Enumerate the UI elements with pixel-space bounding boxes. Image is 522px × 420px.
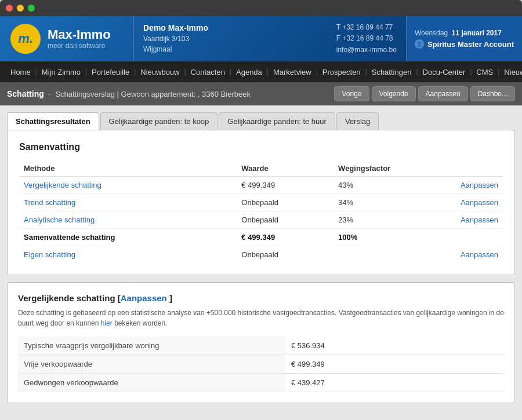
navigation-bar: Home | Mijn Zimmo | Portefeuille | Nieuw… bbox=[0, 61, 522, 82]
breadcrumb-actions: Vorige Volgende Aanpassen Dashbo... bbox=[334, 86, 515, 101]
nav-nieuwbouw[interactable]: Nieuwbouw bbox=[136, 68, 184, 76]
vergelijkende-weging: 43% bbox=[334, 177, 406, 194]
nav-schattingen[interactable]: Schattingen bbox=[367, 68, 416, 76]
summary-panel: Samenvatting Methode Waarde Wegingsfacto… bbox=[7, 130, 515, 275]
vergelijkende-waarde: € 499.349 bbox=[237, 177, 334, 194]
user-icon: 👤 bbox=[415, 39, 424, 49]
tab-schattingsresultaten[interactable]: Schattingsresultaten bbox=[7, 112, 99, 130]
company-email: info@max-immo.be bbox=[336, 45, 397, 56]
nav-contacten[interactable]: Contacten bbox=[186, 68, 230, 76]
table-row: Trend schatting Onbepaald 34% Aanpassen bbox=[19, 194, 503, 211]
company-name: Demo Max-Immo bbox=[143, 23, 208, 32]
samenvattende-methode: Samenvattende schatting bbox=[19, 229, 237, 246]
dashboard-button[interactable]: Dashbo... bbox=[470, 86, 515, 101]
company-phone: T +32 16 89 44 77 bbox=[336, 22, 397, 33]
col-header-wegingsfactor: Wegingsfactor bbox=[334, 160, 406, 177]
table-row: Analytische schatting Onbepaald 23% Aanp… bbox=[19, 211, 503, 229]
vergelijkende-title: Vergelijkende schatting [Aanpassen ] bbox=[18, 293, 504, 303]
account-section: Woensdag 11 januari 2017 👤 Spiritus Mast… bbox=[406, 16, 522, 61]
date-display: Woensdag 11 januari 2017 bbox=[415, 29, 514, 37]
table-row: Eigen schatting Onbepaald Aanpassen bbox=[19, 246, 503, 264]
nav-mijn-zimmo[interactable]: Mijn Zimmo bbox=[37, 68, 85, 76]
page-title: Schatting bbox=[7, 89, 44, 98]
app-name: Max-Immo bbox=[48, 28, 111, 42]
vrije-label: Vrije verkoopwaarde bbox=[18, 355, 285, 374]
vergelijkende-aanpassen[interactable]: Aanpassen bbox=[461, 181, 498, 189]
breadcrumb-bar: Schatting - Schattingsverslag | Gewoon a… bbox=[0, 82, 522, 105]
vorige-button[interactable]: Vorige bbox=[334, 86, 369, 101]
col-header-waarde: Waarde bbox=[237, 160, 334, 177]
vergelijkende-description: Deze schatting is gebaseerd op een stati… bbox=[18, 308, 504, 328]
vergelijkende-panel: Vergelijkende schatting [Aanpassen ] Dez… bbox=[7, 282, 515, 403]
maximize-button[interactable] bbox=[28, 5, 35, 12]
vergelijkende-title-link[interactable]: Aanpassen bbox=[121, 293, 167, 303]
nav-agenda[interactable]: Agenda bbox=[231, 68, 267, 76]
volgende-button[interactable]: Volgende bbox=[372, 86, 416, 101]
table-row-summary: Samenvattende schatting € 499.349 100% bbox=[19, 229, 503, 246]
table-row: Typische vraagprijs vergelijkbare woning… bbox=[18, 337, 504, 355]
samenvattende-waarde: € 499.349 bbox=[237, 229, 334, 246]
gedwongen-value: € 439.427 bbox=[285, 374, 504, 392]
trend-aanpassen[interactable]: Aanpassen bbox=[461, 198, 498, 207]
eigen-waarde: Onbepaald bbox=[237, 246, 334, 264]
analytische-link[interactable]: Analytische schatting bbox=[24, 216, 95, 224]
contact-info: T +32 16 89 44 77 F +32 16 89 44 78 info… bbox=[327, 16, 406, 61]
trend-link[interactable]: Trend schatting bbox=[24, 198, 75, 207]
nav-cms[interactable]: CMS bbox=[472, 68, 498, 76]
app-tagline: meer dan software bbox=[48, 42, 111, 50]
analytische-weging: 23% bbox=[334, 211, 406, 229]
logo-section: m. Max-Immo meer dan software bbox=[0, 16, 133, 61]
company-address: Vaartdijk 3/103 Wijgmaal bbox=[143, 34, 208, 54]
logo-text: Max-Immo meer dan software bbox=[48, 28, 111, 50]
company-info: Demo Max-Immo Vaartdijk 3/103 Wijgmaal bbox=[133, 16, 327, 61]
nav-prospecten[interactable]: Prospecten bbox=[318, 68, 365, 76]
trend-weging: 34% bbox=[334, 194, 406, 211]
breadcrumb-subtitle: Schattingsverslag | Gewoon appartement: … bbox=[55, 90, 251, 98]
table-row: Vrije verkoopwaarde € 499.349 bbox=[18, 355, 504, 374]
tab-bar: Schattingsresultaten Gelijkaardige pande… bbox=[7, 112, 515, 130]
breadcrumb: Schatting - Schattingsverslag | Gewoon a… bbox=[7, 89, 251, 98]
nav-nieuws[interactable]: Nieuws bbox=[499, 68, 522, 76]
nav-portefeuille[interactable]: Portefeuille bbox=[87, 68, 134, 76]
content-area: Schattingsresultaten Gelijkaardige pande… bbox=[0, 105, 522, 420]
samenvattende-weging: 100% bbox=[334, 229, 406, 246]
header: m. Max-Immo meer dan software Demo Max-I… bbox=[0, 16, 522, 61]
col-header-action bbox=[406, 160, 503, 177]
logo-icon: m. bbox=[10, 24, 41, 54]
vrije-value: € 499.349 bbox=[285, 355, 504, 374]
vraagprijs-value: € 536.934 bbox=[285, 337, 504, 355]
gedwongen-label: Gedwongen verkoopwaarde bbox=[18, 374, 285, 392]
vergelijkende-info-table: Typische vraagprijs vergelijkbare woning… bbox=[18, 337, 504, 392]
window-chrome bbox=[0, 0, 522, 16]
summary-title: Samenvatting bbox=[19, 142, 503, 152]
tab-gelijkaardige-koop[interactable]: Gelijkaardige panden: te koop bbox=[100, 112, 218, 130]
vraagprijs-label: Typische vraagprijs vergelijkbare woning bbox=[18, 337, 285, 355]
nav-marketview[interactable]: Marketview bbox=[269, 68, 316, 76]
account-line: 👤 Spiritus Master Account bbox=[415, 39, 514, 49]
table-row: Gedwongen verkoopwaarde € 439.427 bbox=[18, 374, 504, 392]
summary-table: Methode Waarde Wegingsfactor Vergelijken… bbox=[19, 160, 503, 263]
company-fax: F +32 16 89 44 78 bbox=[336, 33, 397, 44]
minimize-button[interactable] bbox=[17, 5, 24, 12]
analytische-waarde: Onbepaald bbox=[237, 211, 334, 229]
eigen-aanpassen[interactable]: Aanpassen bbox=[461, 250, 498, 259]
eigen-weging bbox=[334, 246, 406, 264]
vergelijkende-here-link[interactable]: hier bbox=[101, 319, 113, 327]
account-name: Spiritus Master Account bbox=[427, 40, 514, 49]
analytische-aanpassen[interactable]: Aanpassen bbox=[461, 216, 498, 224]
vergelijkende-link[interactable]: Vergelijkende schatting bbox=[24, 181, 102, 189]
col-header-methode: Methode bbox=[19, 160, 237, 177]
close-button[interactable] bbox=[6, 5, 13, 12]
trend-waarde: Onbepaald bbox=[237, 194, 334, 211]
eigen-link[interactable]: Eigen schatting bbox=[24, 250, 75, 259]
tab-verslag[interactable]: Verslag bbox=[336, 112, 379, 130]
nav-home[interactable]: Home bbox=[6, 68, 35, 76]
table-row: Vergelijkende schatting € 499.349 43% Aa… bbox=[19, 177, 503, 194]
tab-gelijkaardige-huur[interactable]: Gelijkaardige panden: te huur bbox=[219, 112, 335, 130]
aanpassen-button[interactable]: Aanpassen bbox=[418, 86, 468, 101]
nav-docu-center[interactable]: Docu-Center bbox=[418, 68, 470, 76]
